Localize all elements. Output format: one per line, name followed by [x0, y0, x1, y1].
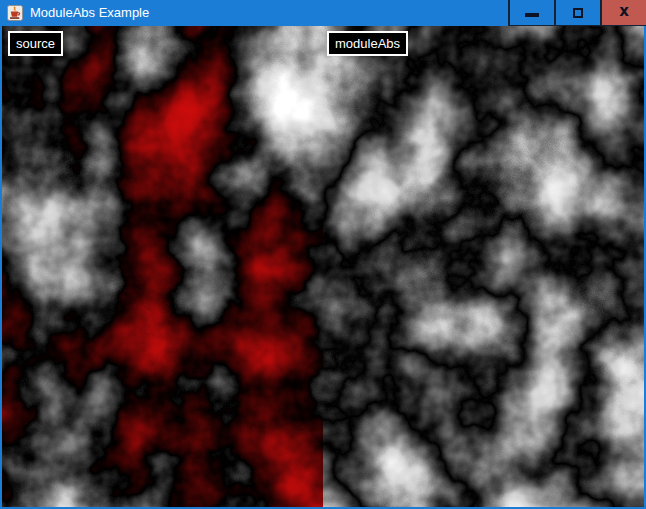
render-area: source moduleAbs — [2, 26, 644, 507]
window-title: ModuleAbs Example — [30, 0, 508, 26]
maximize-icon — [573, 8, 583, 18]
java-coffee-icon — [7, 5, 23, 21]
app-window: ModuleAbs Example x source moduleAbs — [0, 0, 646, 509]
minimize-button[interactable] — [508, 0, 554, 26]
close-icon: x — [619, 4, 629, 19]
source-label: source — [8, 31, 63, 56]
maximize-button[interactable] — [554, 0, 600, 26]
titlebar[interactable]: ModuleAbs Example x — [0, 0, 646, 26]
moduleabs-label: moduleAbs — [327, 31, 408, 56]
minimize-icon — [525, 13, 539, 17]
close-button[interactable]: x — [600, 0, 646, 26]
window-controls: x — [508, 0, 646, 26]
